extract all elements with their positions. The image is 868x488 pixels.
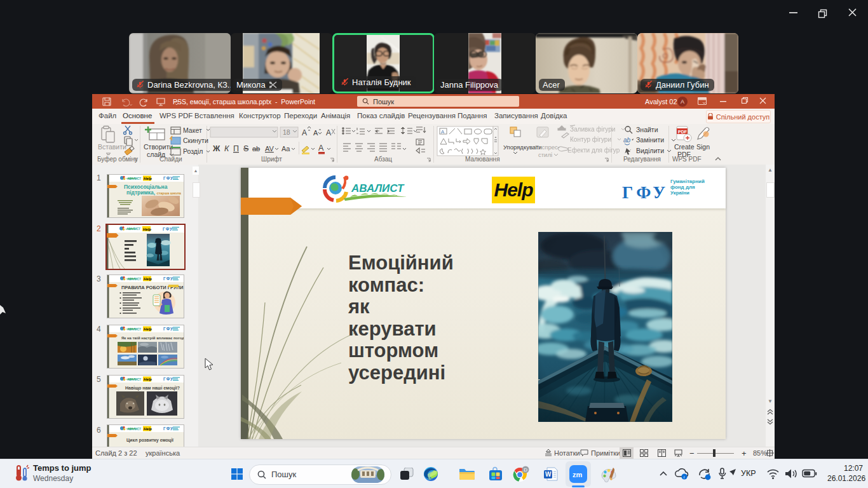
svg-text:Help: Help bbox=[144, 327, 152, 331]
svg-text:A: A bbox=[441, 129, 445, 135]
svg-text:Help: Help bbox=[144, 177, 152, 180]
svg-text:АВАЛИСТ: АВАЛИСТ bbox=[126, 177, 142, 180]
svg-text:Help: Help bbox=[144, 427, 152, 431]
svg-text:АВАЛИСТ: АВАЛИСТ bbox=[351, 182, 405, 194]
svg-text:Виділити: Виділити bbox=[636, 147, 664, 154]
svg-text:стилі: стилі bbox=[538, 151, 552, 158]
svg-text:AV: AV bbox=[265, 145, 275, 152]
svg-text:Скинути: Скинути bbox=[183, 137, 208, 144]
svg-text:WPS PDF: WPS PDF bbox=[672, 156, 702, 163]
svg-text:Замінити: Замінити bbox=[636, 136, 664, 144]
svg-text:Створити: Створити bbox=[144, 143, 173, 151]
svg-text:АВАЛИСТ: АВАЛИСТ bbox=[126, 328, 142, 331]
svg-text:Шрифт: Шрифт bbox=[261, 156, 282, 163]
svg-text:Абзац: Абзац bbox=[374, 156, 392, 163]
svg-text:ГФУ: ГФУ bbox=[163, 176, 173, 180]
svg-text:А: А bbox=[318, 144, 324, 152]
svg-text:Слайди: Слайди bbox=[159, 156, 182, 163]
svg-text:PDF: PDF bbox=[678, 130, 688, 134]
svg-text:Help: Help bbox=[143, 227, 151, 231]
svg-text:АВАЛИСТ: АВАЛИСТ bbox=[126, 278, 142, 281]
svg-text:ГФУ: ГФУ bbox=[163, 276, 173, 281]
svg-text:i: i bbox=[684, 475, 685, 480]
svg-text:А: А bbox=[313, 129, 318, 137]
svg-text:К: К bbox=[224, 144, 229, 153]
svg-text:D: D bbox=[524, 467, 527, 473]
svg-text:S: S bbox=[243, 144, 248, 153]
svg-text:Як на твій настрій впливає пог: Як на твій настрій впливає погода? bbox=[121, 336, 184, 340]
svg-text:Експрес-: Експрес- bbox=[535, 144, 560, 151]
svg-text:Заливка фігури: Заливка фігури bbox=[570, 126, 615, 133]
svg-text:ГФУ: ГФУ bbox=[163, 426, 173, 431]
svg-text:Ефекти для фігур: Ефекти для фігур bbox=[567, 147, 620, 154]
svg-text:ab: ab bbox=[623, 137, 631, 144]
svg-text:Help: Help bbox=[144, 277, 152, 281]
svg-text:Редагування: Редагування bbox=[623, 156, 661, 163]
svg-text:А: А bbox=[302, 128, 307, 137]
svg-text:Ж: Ж bbox=[212, 144, 220, 153]
svg-text:ГФУ: ГФУ bbox=[163, 377, 173, 381]
svg-text:АВАЛИСТ: АВАЛИСТ bbox=[126, 227, 141, 231]
svg-text:Знайти: Знайти bbox=[636, 126, 658, 133]
svg-text:Малювання: Малювання bbox=[465, 156, 500, 163]
svg-text:ab: ab bbox=[252, 145, 260, 152]
svg-text:Sign: Sign bbox=[696, 143, 710, 151]
svg-text:А: А bbox=[326, 128, 331, 137]
svg-text:Aa: Aa bbox=[281, 145, 290, 152]
svg-text:Макет: Макет bbox=[183, 126, 202, 134]
svg-text:Help: Help bbox=[144, 377, 152, 381]
svg-text:18: 18 bbox=[283, 128, 290, 136]
svg-text:Буфер обміну: Буфер обміну bbox=[97, 156, 138, 163]
svg-text:Навіщо нам наші емоції?: Навіщо нам наші емоції? bbox=[125, 386, 180, 391]
svg-text:zm: zm bbox=[573, 471, 583, 478]
svg-text:Контур фігури: Контур фігури bbox=[570, 136, 611, 143]
svg-text:ГФУ: ГФУ bbox=[163, 227, 173, 231]
svg-text:АВАЛИСТ: АВАЛИСТ bbox=[126, 428, 142, 431]
svg-text:Цикл розвитку емоції: Цикл розвитку емоції bbox=[126, 438, 174, 443]
svg-text:Розділ: Розділ bbox=[183, 147, 203, 155]
svg-text:АВАЛИСТ: АВАЛИСТ bbox=[126, 378, 142, 381]
svg-text:Create: Create bbox=[674, 143, 695, 151]
svg-text:W: W bbox=[545, 471, 552, 478]
svg-text:ГФУ: ГФУ bbox=[163, 327, 173, 331]
svg-text:Вставити: Вставити bbox=[98, 143, 126, 151]
svg-text:П: П bbox=[233, 144, 239, 153]
